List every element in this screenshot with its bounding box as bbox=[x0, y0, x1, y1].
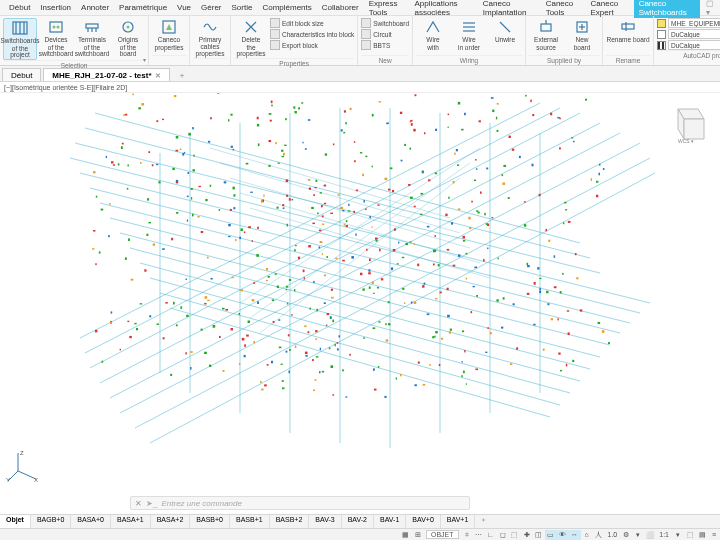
layout-tab[interactable]: BAV-3 bbox=[309, 515, 341, 528]
status-objet-label[interactable]: OBJET bbox=[426, 530, 459, 539]
status-btn[interactable]: ▤ bbox=[696, 530, 708, 540]
ucs-icon: Z X Y bbox=[6, 449, 40, 484]
layout-tab[interactable]: BASB+1 bbox=[230, 515, 270, 528]
menu-caneco-implantation[interactable]: Caneco Implantation bbox=[478, 0, 541, 18]
menu-collaborer[interactable]: Collaborer bbox=[317, 2, 364, 13]
menu-insertion[interactable]: Insertion bbox=[35, 2, 76, 13]
isometric-model bbox=[40, 93, 690, 483]
status-grid-icon[interactable]: ⊞ bbox=[412, 530, 424, 540]
btn-primary-cables[interactable]: Primary cables properties bbox=[193, 18, 227, 58]
btn-unwire[interactable]: Unwire bbox=[488, 18, 522, 45]
btn-rename-board[interactable]: Rename board bbox=[606, 18, 650, 44]
menu-vue[interactable]: Vue bbox=[172, 2, 196, 13]
status-menu-icon[interactable]: ≡ bbox=[708, 530, 720, 540]
btn-edit-block-size[interactable]: Edit block size bbox=[270, 18, 354, 28]
menu-extra[interactable]: ▢ ▾ bbox=[700, 0, 716, 17]
btn-origins-board[interactable]: Origins of the board bbox=[111, 18, 145, 58]
btn-export-block[interactable]: Export block bbox=[270, 40, 354, 50]
svg-rect-262 bbox=[93, 230, 95, 232]
layout-tab[interactable]: BASA+2 bbox=[151, 515, 191, 528]
layout-tab[interactable]: BAGB+0 bbox=[31, 515, 71, 528]
status-stepper[interactable]: 1.0 bbox=[605, 531, 621, 538]
status-person-icon[interactable]: 人 bbox=[593, 530, 605, 540]
tab-drawing[interactable]: MHE_RJH_21-07-02 - test*✕ bbox=[43, 68, 169, 81]
btn-new-switchboard[interactable]: Switchboard bbox=[361, 18, 409, 28]
status-btn[interactable]: ✚ bbox=[521, 530, 533, 540]
menu-applications[interactable]: Applications associées bbox=[409, 0, 477, 18]
linetype-selector[interactable]: DuCalque bbox=[668, 40, 720, 50]
layer-selector[interactable]: MHE_EQUIPEMENTS_BT bbox=[668, 18, 720, 28]
status-btn[interactable]: ↔ bbox=[569, 530, 581, 540]
layout-tab[interactable]: BAV-2 bbox=[342, 515, 374, 528]
command-line[interactable]: ✕ ➤_ Entrez une commande bbox=[130, 496, 470, 510]
menu-express-tools[interactable]: Express Tools bbox=[364, 0, 410, 18]
layout-tab[interactable]: BAV-1 bbox=[374, 515, 406, 528]
viewport-label[interactable]: [~][Isométrique orientée S-E][Filaire 2D… bbox=[0, 82, 720, 93]
status-btn[interactable]: ⬚ bbox=[509, 530, 521, 540]
close-tab-icon[interactable]: ✕ bbox=[155, 72, 161, 80]
menu-complements[interactable]: Compléments bbox=[257, 2, 316, 13]
status-gear-icon[interactable]: ⚙ bbox=[620, 530, 632, 540]
layout-tab[interactable]: BASA+0 bbox=[71, 515, 111, 528]
btn-devices-switchboard[interactable]: Devices of the switchboard bbox=[39, 18, 73, 58]
viewcube[interactable]: WCS ▾ bbox=[664, 101, 708, 145]
add-layout-button[interactable]: ＋ bbox=[475, 515, 492, 528]
terminals-icon bbox=[83, 18, 101, 36]
status-polar-icon[interactable]: ∟ bbox=[485, 530, 497, 540]
menu-debut[interactable]: Début bbox=[4, 2, 35, 13]
status-btn[interactable]: ⋯ bbox=[473, 530, 485, 540]
new-tab-button[interactable]: ＋ bbox=[172, 70, 192, 81]
btn-new-board[interactable]: New board bbox=[565, 18, 599, 51]
status-btn[interactable]: ⬜ bbox=[644, 530, 656, 540]
menu-caneco-switchboards[interactable]: Caneco Switchboards bbox=[634, 0, 700, 18]
menu-sortie[interactable]: Sortie bbox=[227, 2, 258, 13]
svg-rect-487 bbox=[201, 329, 203, 331]
btn-new-bbts[interactable]: BBTS bbox=[361, 40, 409, 50]
btn-switchboards-project[interactable]: Switchboards of the project bbox=[3, 18, 37, 60]
status-scale[interactable]: 1:1 bbox=[656, 531, 672, 538]
cmdline-close-icon[interactable]: ✕ bbox=[135, 499, 142, 508]
menu-caneco-tools[interactable]: Caneco Tools bbox=[541, 0, 586, 18]
layout-tab[interactable]: BASA+1 bbox=[111, 515, 151, 528]
btn-wire-order[interactable]: Wire in order bbox=[452, 18, 486, 51]
btn-wire-with[interactable]: Wire with bbox=[416, 18, 450, 51]
drawing-canvas[interactable]: WCS ▾ Z X Y ✕ ➤_ Entrez une commande bbox=[0, 93, 720, 514]
status-btn[interactable]: ⬚ bbox=[684, 530, 696, 540]
svg-rect-35 bbox=[330, 213, 333, 214]
svg-rect-102 bbox=[415, 94, 417, 96]
char-block-icon bbox=[270, 29, 280, 39]
menu-gerer[interactable]: Gérer bbox=[196, 2, 226, 13]
layout-tab[interactable]: BASB+0 bbox=[190, 515, 230, 528]
status-btn[interactable]: ▭ bbox=[545, 530, 557, 540]
menu-caneco-expert[interactable]: Caneco Expert bbox=[586, 0, 634, 18]
status-btn[interactable]: ▾ bbox=[632, 530, 644, 540]
status-btn[interactable]: ⌂ bbox=[581, 530, 593, 540]
svg-rect-95 bbox=[428, 179, 430, 181]
layout-tab[interactable]: BAV+1 bbox=[441, 515, 475, 528]
btn-delete-properties[interactable]: Delete the properties bbox=[234, 18, 268, 58]
btn-external-source[interactable]: External source bbox=[529, 18, 563, 51]
layout-tab[interactable]: Objet bbox=[0, 515, 31, 528]
menu-annoter[interactable]: Annoter bbox=[76, 2, 114, 13]
btn-characteristics-block[interactable]: Characteristics into block bbox=[270, 29, 354, 39]
status-btn[interactable]: 👁 bbox=[557, 530, 569, 540]
menu-parametrique[interactable]: Paramétrique bbox=[114, 2, 172, 13]
svg-rect-305 bbox=[131, 279, 134, 281]
btn-terminals-switchboard[interactable]: Terminals of the switchboard bbox=[75, 18, 109, 58]
status-btn[interactable]: ◫ bbox=[533, 530, 545, 540]
status-btn[interactable]: ▾ bbox=[672, 530, 684, 540]
btn-new-circuit[interactable]: Circuit bbox=[361, 29, 409, 39]
status-osnap-icon[interactable]: ◻ bbox=[497, 530, 509, 540]
tab-debut[interactable]: Début bbox=[2, 68, 41, 81]
svg-rect-324 bbox=[342, 369, 344, 371]
svg-rect-502 bbox=[246, 163, 249, 165]
btn-caneco-properties[interactable]: Caneco properties bbox=[152, 18, 186, 51]
layout-tab[interactable]: BASB+2 bbox=[270, 515, 310, 528]
color-selector[interactable]: DuCalque bbox=[668, 29, 720, 39]
svg-rect-377 bbox=[422, 171, 424, 173]
status-model-icon[interactable]: ▦ bbox=[400, 530, 412, 540]
panel-expand-icon[interactable]: ▾ bbox=[143, 56, 146, 63]
status-snap-icon[interactable]: ⌗ bbox=[461, 530, 473, 540]
svg-rect-264 bbox=[558, 318, 559, 320]
layout-tab[interactable]: BAV+0 bbox=[406, 515, 440, 528]
